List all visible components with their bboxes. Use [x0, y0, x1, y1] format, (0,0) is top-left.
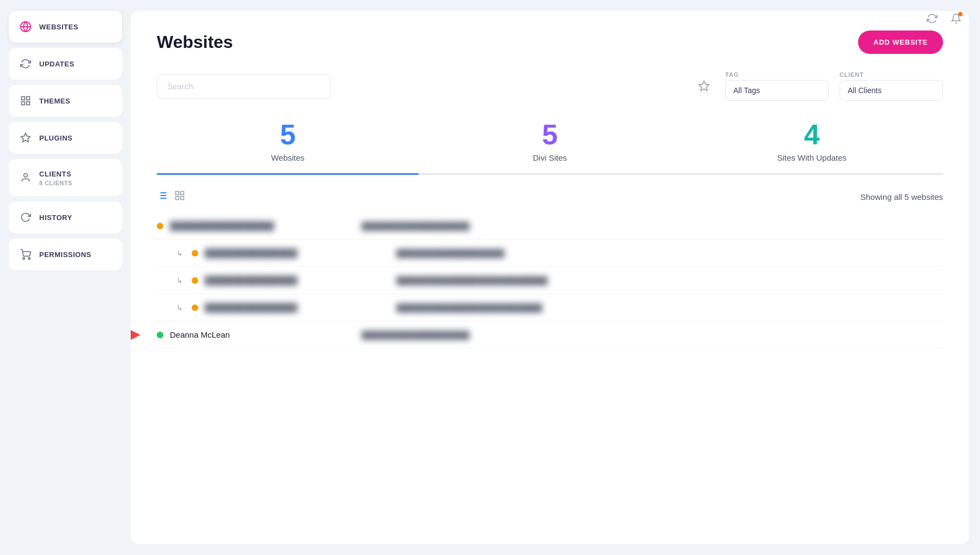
svg-rect-17 [181, 192, 184, 195]
svg-rect-2 [22, 97, 25, 100]
stats-row: 5 Websites 5 Divi Sites 4 Sites With Upd… [157, 120, 943, 175]
status-dot [157, 332, 163, 338]
svg-rect-19 [176, 197, 179, 200]
indent-arrow-icon: ↳ [176, 303, 185, 312]
indent-arrow-icon: ↳ [176, 249, 185, 258]
svg-rect-4 [27, 102, 30, 105]
add-website-button[interactable]: ADD WEBSITE [858, 31, 943, 54]
sidebar-item-history[interactable]: History [9, 202, 122, 233]
sidebar-item-plugins[interactable]: Plugins [9, 122, 122, 154]
row-url: ████████████████████ [362, 331, 469, 339]
themes-icon [20, 95, 32, 107]
showing-text: Showing all 5 websites [860, 192, 943, 202]
svg-rect-3 [27, 97, 30, 100]
row-name: ████████████████ [205, 303, 390, 312]
svg-marker-9 [699, 81, 709, 90]
notification-icon[interactable] [948, 11, 964, 26]
sidebar-label-permissions: Permissions [39, 251, 91, 259]
stat-websites-number: 5 [157, 120, 419, 149]
topbar-icons [924, 11, 964, 26]
sidebar-label-websites: Websites [39, 23, 78, 31]
stat-divi-sites[interactable]: 5 Divi Sites [419, 120, 681, 173]
svg-rect-18 [181, 197, 184, 200]
table-toolbar: Showing all 5 websites [157, 190, 943, 204]
svg-point-6 [24, 174, 28, 178]
stat-updates-label: Sites With Updates [681, 153, 943, 162]
sidebar: Websites Updates Themes Plugins [0, 0, 131, 555]
table-row[interactable]: ↳ ████████████████ ████████████████████ [157, 240, 943, 267]
sidebar-label-history: History [39, 214, 72, 222]
stat-divi-number: 5 [419, 120, 681, 149]
sidebar-label-plugins: Plugins [39, 134, 72, 142]
sidebar-item-permissions[interactable]: Permissions [9, 239, 122, 270]
notification-dot [958, 12, 963, 16]
stat-updates[interactable]: 4 Sites With Updates [681, 120, 943, 173]
updates-icon [20, 58, 32, 70]
stat-updates-number: 4 [681, 120, 943, 149]
indent-arrow-icon: ↳ [176, 276, 185, 285]
row-url: ███████████████████████████ [396, 303, 542, 312]
globe-icon [20, 21, 32, 33]
status-dot [192, 277, 198, 284]
grid-view-icon[interactable] [174, 190, 185, 204]
svg-rect-5 [22, 102, 25, 105]
svg-point-8 [28, 258, 30, 259]
refresh-icon[interactable] [924, 11, 940, 26]
list-view-icon[interactable] [157, 190, 168, 204]
sidebar-item-themes[interactable]: Themes [9, 85, 122, 117]
sidebar-label-updates: Updates [39, 60, 75, 68]
svg-rect-16 [176, 192, 179, 195]
sidebar-item-websites[interactable]: Websites [9, 11, 122, 42]
main-content: Websites ADD WEBSITE TAG All Tags CLIENT… [131, 11, 969, 544]
table-row[interactable]: ↳ ████████████████ █████████████████████… [157, 267, 943, 294]
stat-websites-label: Websites [157, 153, 419, 162]
row-name-deanna: Deanna McLean [170, 330, 355, 339]
filters-row: TAG All Tags CLIENT All Clients [157, 71, 943, 101]
client-filter-label: CLIENT [840, 71, 943, 78]
tag-filter-select[interactable]: All Tags [725, 80, 829, 101]
table-row[interactable]: ██████████████████ ████████████████████ [157, 212, 943, 240]
tag-filter-group: TAG All Tags [725, 71, 829, 101]
favorites-star-button[interactable] [694, 76, 714, 96]
tag-filter-label: TAG [725, 71, 829, 78]
status-dot [192, 250, 198, 257]
arrow-annotation [131, 323, 140, 347]
status-dot [192, 304, 198, 311]
view-icons [157, 190, 185, 204]
table-area: Showing all 5 websites █████████████████… [157, 190, 943, 349]
status-dot [157, 223, 163, 229]
row-name: ██████████████████ [170, 221, 355, 230]
sidebar-item-clients[interactable]: Clients 8 CLIENTS [9, 159, 122, 196]
stat-divi-label: Divi Sites [419, 153, 681, 162]
client-filter-select[interactable]: All Clients [840, 80, 943, 101]
row-url: ████████████████████ [362, 222, 469, 230]
row-name: ████████████████ [205, 276, 390, 285]
row-name: ████████████████ [205, 248, 390, 258]
client-filter-group: CLIENT All Clients [840, 71, 943, 101]
sidebar-item-updates[interactable]: Updates [9, 48, 122, 80]
history-icon [20, 211, 32, 223]
clients-icon [20, 172, 32, 184]
plugins-icon [20, 132, 32, 144]
sidebar-label-themes: Themes [39, 97, 70, 105]
page-title: Websites [157, 32, 233, 52]
row-url: ████████████████████████████ [396, 276, 548, 285]
table-row-deanna[interactable]: Deanna McLean ████████████████████ [157, 321, 943, 349]
permissions-icon [20, 248, 32, 260]
sidebar-label-clients: Clients [39, 170, 71, 178]
table-row[interactable]: ↳ ████████████████ █████████████████████… [157, 294, 943, 321]
row-url: ████████████████████ [396, 249, 504, 258]
search-input[interactable] [157, 74, 331, 99]
stat-websites[interactable]: 5 Websites [157, 120, 419, 173]
page-header: Websites ADD WEBSITE [157, 31, 943, 54]
clients-badge: 8 CLIENTS [39, 180, 72, 186]
svg-point-7 [23, 258, 24, 259]
